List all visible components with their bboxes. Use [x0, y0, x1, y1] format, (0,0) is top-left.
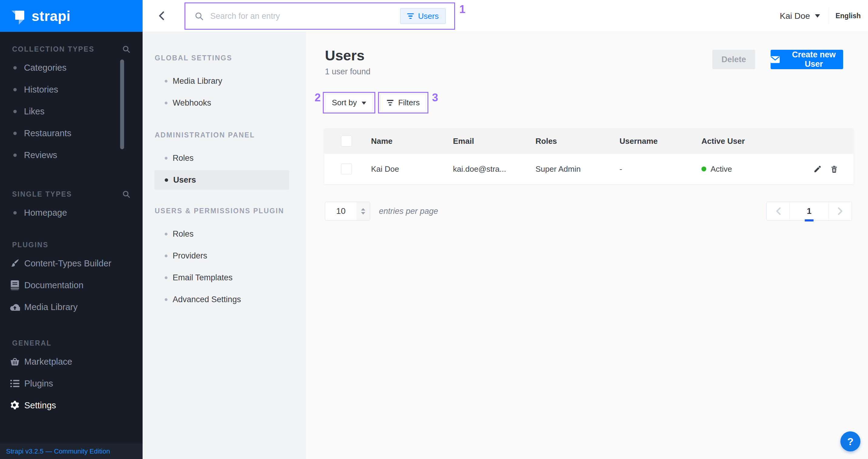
- cell-name: Kai Doe: [371, 154, 399, 184]
- cell-email: kai.doe@stra...: [453, 154, 506, 184]
- row-actions: [813, 154, 838, 184]
- settings-item-advanced-settings[interactable]: Advanced Settings: [143, 288, 306, 310]
- entries-per-page-label: entries per page: [379, 202, 438, 220]
- brush-icon: [10, 258, 20, 269]
- settings-item-providers[interactable]: Providers: [143, 245, 306, 267]
- section-global-settings: GLOBAL SETTINGS: [143, 54, 306, 62]
- cell-active-status: Active: [702, 154, 732, 184]
- col-header-name: Name: [371, 128, 393, 154]
- delete-button[interactable]: Delete: [712, 50, 755, 69]
- language-selector[interactable]: English: [836, 12, 861, 20]
- sidebar-item-media-library[interactable]: Media Library: [0, 296, 143, 318]
- filters-annotation-box: Filters: [378, 92, 428, 114]
- strapi-admin-page: strapi COLLECTION TYPES Categories Histo…: [0, 0, 868, 459]
- table-row[interactable]: Kai Doe kai.doe@stra... Super Admin - Ac…: [324, 154, 854, 184]
- section-administration-panel: ADMINISTRATION PANEL: [143, 131, 306, 139]
- sidebar-item-plugins[interactable]: Plugins: [0, 372, 143, 394]
- gear-icon: [10, 400, 20, 410]
- strapi-logo-icon: [11, 8, 27, 24]
- section-collection-types: COLLECTION TYPES: [12, 45, 122, 53]
- chevron-down-icon[interactable]: [815, 14, 820, 18]
- sidebar-item-settings[interactable]: Settings: [0, 394, 143, 416]
- sidebar-scrollbar-thumb[interactable]: [120, 59, 124, 149]
- bullet-icon: [165, 102, 167, 104]
- bullet-icon: [13, 154, 17, 157]
- status-dot-icon: [702, 166, 706, 172]
- main-sidebar: strapi COLLECTION TYPES Categories Histo…: [0, 0, 143, 459]
- bullet-icon: [165, 80, 167, 83]
- search-icon[interactable]: [122, 45, 130, 53]
- cell-username: -: [620, 154, 622, 184]
- page-title: Users: [325, 47, 365, 64]
- settings-item-media-library[interactable]: Media Library: [143, 70, 306, 92]
- previous-page-button[interactable]: [767, 202, 790, 220]
- settings-sidebar: GLOBAL SETTINGS Media Library Webhooks A…: [143, 32, 306, 459]
- per-page-value: 10: [325, 202, 356, 220]
- basket-icon: [10, 357, 20, 367]
- active-page-indicator: [805, 219, 814, 221]
- search-icon[interactable]: [122, 190, 130, 198]
- search-input[interactable]: [210, 11, 400, 21]
- back-button[interactable]: [157, 10, 167, 21]
- filters-button[interactable]: Filters: [380, 94, 426, 111]
- sort-by-button[interactable]: Sort by: [325, 94, 373, 111]
- pagination: 1: [766, 202, 852, 220]
- bullet-icon: [13, 211, 17, 214]
- search-filter-chip[interactable]: Users: [400, 8, 446, 24]
- col-header-username: Username: [620, 128, 658, 154]
- create-new-user-button[interactable]: Create new User: [771, 50, 843, 69]
- user-menu-area: Kai Doe English: [780, 0, 868, 32]
- main-content: Users 1 user found Delete Create new Use…: [306, 32, 868, 459]
- filter-icon: [387, 100, 394, 105]
- sidebar-item-homepage[interactable]: Homepage: [0, 202, 143, 223]
- topbar: Users 1 Kai Doe English: [143, 0, 868, 32]
- section-single-types: SINGLE TYPES: [12, 190, 122, 198]
- entries-per-page-select[interactable]: 10: [325, 202, 370, 220]
- bullet-icon: [13, 110, 17, 113]
- settings-item-admin-users[interactable]: Users: [154, 170, 289, 190]
- bullet-icon: [13, 132, 17, 135]
- col-header-roles: Roles: [535, 128, 557, 154]
- page-subtitle: 1 user found: [325, 67, 370, 76]
- strapi-version-link[interactable]: Strapi v3.2.5 — Community Edition: [0, 443, 143, 459]
- next-page-button[interactable]: [829, 202, 851, 220]
- settings-item-webhooks[interactable]: Webhooks: [143, 92, 306, 114]
- bullet-icon: [165, 157, 167, 160]
- edit-icon[interactable]: [813, 165, 822, 173]
- stepper-icon[interactable]: [356, 202, 370, 220]
- select-all-checkbox[interactable]: [341, 135, 352, 147]
- bullet-icon: [165, 178, 168, 182]
- sidebar-item-marketplace[interactable]: Marketplace: [0, 351, 143, 372]
- annotation-3: 3: [432, 91, 438, 104]
- strapi-logo[interactable]: strapi: [0, 0, 143, 32]
- filter-icon: [407, 13, 414, 19]
- annotation-1: 1: [459, 3, 465, 16]
- page-number-1[interactable]: 1: [790, 202, 829, 220]
- help-button[interactable]: ?: [840, 431, 860, 451]
- annotation-2: 2: [309, 91, 321, 104]
- search-bar: Users: [184, 2, 455, 30]
- divider: [829, 8, 829, 25]
- col-header-email: Email: [453, 128, 474, 154]
- row-checkbox[interactable]: [341, 163, 352, 175]
- col-header-active-user: Active User: [702, 128, 745, 154]
- bullet-icon: [13, 88, 17, 91]
- trash-icon[interactable]: [830, 165, 838, 173]
- settings-item-admin-roles[interactable]: Roles: [143, 147, 306, 169]
- bullet-icon: [165, 276, 167, 279]
- sidebar-item-content-types-builder[interactable]: Content-Types Builder: [0, 252, 143, 274]
- bullet-icon: [165, 254, 167, 257]
- settings-item-up-roles[interactable]: Roles: [143, 223, 306, 245]
- bullet-icon: [165, 298, 167, 301]
- book-icon: [10, 280, 20, 290]
- sidebar-item-documentation[interactable]: Documentation: [0, 274, 143, 296]
- chevron-down-icon: [362, 102, 366, 105]
- user-menu[interactable]: Kai Doe: [780, 11, 810, 21]
- section-users-permissions-plugin: USERS & PERMISSIONS PLUGIN: [143, 207, 306, 215]
- bullet-icon: [13, 66, 17, 69]
- brand-name: strapi: [32, 8, 70, 24]
- bullet-icon: [165, 233, 167, 236]
- list-icon: [10, 378, 20, 389]
- settings-item-email-templates[interactable]: Email Templates: [143, 267, 306, 288]
- section-general: GENERAL: [12, 339, 130, 347]
